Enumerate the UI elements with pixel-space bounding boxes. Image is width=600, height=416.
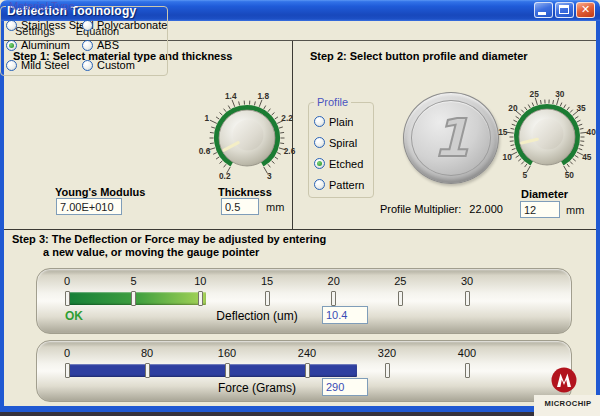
profile-group: Profile PlainSpiralEtchedPattern bbox=[308, 96, 374, 198]
gauge-tick-label: 25 bbox=[394, 275, 406, 287]
knob-tick bbox=[216, 117, 219, 119]
knob-scale-label: 3 bbox=[267, 171, 272, 181]
profile-multiplier-label: Profile Multiplier: bbox=[380, 203, 461, 215]
gauge-tick bbox=[331, 291, 336, 306]
radio-icon bbox=[6, 60, 17, 71]
radio-option-label: Aluminum bbox=[21, 39, 70, 51]
knob-tick bbox=[220, 112, 223, 115]
knob-scale-label: 5 bbox=[522, 170, 527, 180]
maximize-button[interactable] bbox=[555, 2, 574, 18]
gauge-tick-label: 0 bbox=[64, 275, 70, 287]
radio-option-etched[interactable]: Etched bbox=[314, 153, 373, 174]
knob-tick bbox=[511, 145, 515, 146]
diameter-label: Diameter bbox=[521, 188, 568, 200]
knob-tick bbox=[277, 153, 281, 155]
knob-tick bbox=[580, 128, 584, 129]
radio-selected-icon bbox=[314, 158, 325, 169]
radio-option-polycarbonate[interactable]: Polycarbonate bbox=[82, 15, 167, 35]
knob-tick bbox=[254, 101, 255, 105]
gauge-tick-label: 240 bbox=[298, 347, 316, 359]
knob-tick bbox=[210, 132, 214, 133]
close-button[interactable]: ✕ bbox=[576, 2, 595, 18]
diameter-input[interactable] bbox=[520, 201, 560, 218]
gauge-bar[interactable] bbox=[67, 292, 206, 305]
knob-scale-label: 1.8 bbox=[257, 91, 269, 101]
radio-icon bbox=[314, 116, 325, 127]
gauge-tick-label: 15 bbox=[261, 275, 273, 287]
knob-scale-label: 30 bbox=[555, 89, 565, 99]
knob-tick bbox=[272, 161, 275, 164]
knob-tick bbox=[224, 164, 226, 167]
youngs-modulus-input[interactable] bbox=[56, 198, 122, 215]
knob-tick bbox=[275, 117, 278, 119]
knob-tick bbox=[513, 120, 517, 122]
knob-tick bbox=[518, 159, 521, 162]
radio-option-label: Etched bbox=[329, 158, 363, 170]
knob-scale-label: 40 bbox=[587, 127, 597, 137]
knob-tick bbox=[570, 110, 573, 113]
knob-tick bbox=[570, 161, 573, 164]
diameter-knob[interactable]: 5101520253035404550 bbox=[499, 89, 595, 185]
radio-option-spiral[interactable]: Spiral bbox=[314, 132, 373, 153]
step2-header: Step 2: Select button profile and diamet… bbox=[310, 50, 528, 63]
deflection-gauge[interactable]: 051015202530 OK Deflection (um) bbox=[36, 268, 572, 334]
radio-option-label: Mild Steel bbox=[21, 59, 69, 71]
force-input[interactable] bbox=[322, 378, 368, 396]
knob-tick bbox=[516, 116, 519, 118]
desktop-strip bbox=[0, 412, 600, 416]
radio-option-abs[interactable]: ABS bbox=[82, 35, 167, 55]
force-gauge[interactable]: 080160240320400 Force (Grams) bbox=[36, 340, 572, 402]
deflection-status: OK bbox=[65, 309, 83, 323]
radio-option-stainless-steel[interactable]: Stainless Steel bbox=[6, 15, 82, 35]
knob-tick bbox=[512, 124, 516, 125]
thickness-knob[interactable]: 0.20.611.41.82.22.63 bbox=[199, 90, 295, 186]
knob-tick bbox=[521, 110, 524, 113]
minimize-icon bbox=[538, 12, 546, 15]
radio-selected-icon bbox=[6, 40, 17, 51]
knob-tick bbox=[575, 155, 578, 157]
step3-header-line1: Step 3: The Deflection or Force may be a… bbox=[12, 233, 326, 246]
knob-tick bbox=[573, 159, 576, 162]
microchip-logo: MICROCHIP bbox=[538, 366, 598, 414]
knob-tick bbox=[228, 106, 230, 109]
knob-tick bbox=[553, 100, 554, 104]
knob-tick bbox=[280, 132, 284, 133]
radio-option-label: Custom bbox=[97, 59, 135, 71]
radio-option-custom[interactable]: Custom bbox=[82, 55, 167, 75]
knob-tick bbox=[564, 105, 566, 108]
knob-scale-label: 20 bbox=[508, 103, 518, 113]
button-preview: 1 bbox=[403, 92, 499, 184]
knob-tick bbox=[272, 112, 275, 115]
knob-tick bbox=[220, 161, 223, 164]
thickness-unit: mm bbox=[266, 201, 284, 213]
deflection-input[interactable] bbox=[322, 306, 368, 324]
gauge-tick-label: 5 bbox=[131, 275, 137, 287]
knob-tick bbox=[211, 127, 215, 128]
knob-tick bbox=[512, 148, 516, 149]
material-type-group-label: Material Type bbox=[6, 0, 78, 12]
gauge-tick-label: 30 bbox=[461, 275, 473, 287]
microchip-wordmark: MICROCHIP bbox=[544, 399, 591, 408]
thickness-input[interactable] bbox=[221, 198, 259, 215]
knob-tick bbox=[567, 107, 569, 110]
knob-tick bbox=[521, 161, 524, 164]
material-type-options: Stainless SteelAluminumMild SteelPolycar… bbox=[1, 12, 167, 75]
knob-tick bbox=[224, 109, 226, 112]
gauge-tick bbox=[465, 291, 470, 306]
radio-option-pattern[interactable]: Pattern bbox=[314, 174, 373, 195]
radio-option-mild-steel[interactable]: Mild Steel bbox=[6, 55, 82, 75]
gauge-bar[interactable] bbox=[67, 364, 357, 377]
minimize-button[interactable] bbox=[534, 2, 553, 18]
step3-header: Step 3: The Deflection or Force may be a… bbox=[12, 233, 326, 259]
gauge-tick-label: 0 bbox=[64, 347, 70, 359]
knob-tick bbox=[210, 120, 217, 123]
knob-tick bbox=[516, 155, 519, 157]
radio-option-plain[interactable]: Plain bbox=[314, 111, 373, 132]
knob-tick bbox=[216, 157, 219, 159]
gauge-tick bbox=[131, 291, 136, 306]
window-controls: ✕ bbox=[534, 2, 595, 18]
knob-tick bbox=[264, 106, 266, 109]
button-preview-digit: 1 bbox=[404, 93, 498, 183]
radio-option-aluminum[interactable]: Aluminum bbox=[6, 35, 82, 55]
youngs-modulus-label: Young's Modulus bbox=[55, 186, 145, 198]
